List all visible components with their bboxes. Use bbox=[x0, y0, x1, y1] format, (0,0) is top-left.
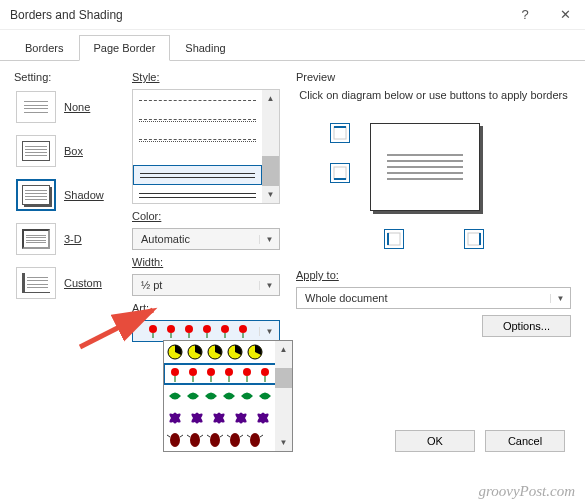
svg-rect-12 bbox=[334, 127, 346, 139]
scroll-down-icon[interactable]: ▼ bbox=[262, 186, 279, 203]
border-top-toggle[interactable] bbox=[330, 123, 350, 143]
svg-line-50 bbox=[240, 435, 243, 437]
setting-custom[interactable]: Custom bbox=[14, 265, 124, 301]
svg-point-5 bbox=[239, 325, 247, 333]
svg-line-45 bbox=[187, 435, 190, 437]
svg-point-1 bbox=[167, 325, 175, 333]
svg-line-47 bbox=[207, 435, 210, 437]
art-dropdown-list[interactable]: ▲ ▼ bbox=[163, 340, 293, 452]
close-button[interactable]: ✕ bbox=[545, 0, 585, 30]
art-option-leaves[interactable] bbox=[164, 385, 275, 407]
tab-shading[interactable]: Shading bbox=[170, 35, 240, 61]
help-button[interactable]: ? bbox=[505, 0, 545, 30]
svg-line-43 bbox=[167, 435, 170, 437]
svg-rect-16 bbox=[388, 233, 400, 245]
border-bottom-toggle[interactable] bbox=[330, 163, 350, 183]
color-dropdown[interactable]: Automatic ▼ bbox=[132, 228, 280, 250]
preview-instruction: Click on diagram below or use buttons to… bbox=[296, 89, 571, 101]
apply-to-value: Whole document bbox=[305, 292, 388, 304]
svg-point-30 bbox=[243, 368, 251, 376]
style-label: Style: bbox=[132, 71, 280, 83]
svg-point-29 bbox=[225, 368, 233, 376]
setting-item-label: 3-D bbox=[64, 233, 82, 245]
apply-to-label: Apply to: bbox=[296, 269, 571, 281]
setting-3d[interactable]: 3-D bbox=[14, 221, 124, 257]
svg-point-38 bbox=[170, 433, 180, 447]
svg-point-4 bbox=[221, 325, 229, 333]
art-selected-preview-icon bbox=[145, 323, 255, 339]
svg-rect-14 bbox=[334, 167, 346, 179]
setting-none[interactable]: None bbox=[14, 89, 124, 125]
setting-shadow[interactable]: Shadow bbox=[14, 177, 124, 213]
chevron-down-icon: ▼ bbox=[259, 235, 279, 244]
svg-rect-25 bbox=[165, 365, 275, 383]
preview-diagram[interactable] bbox=[370, 123, 480, 211]
svg-point-42 bbox=[250, 433, 260, 447]
tab-page-border[interactable]: Page Border bbox=[79, 35, 171, 61]
apply-to-dropdown[interactable]: Whole document ▼ bbox=[296, 287, 571, 309]
svg-point-3 bbox=[203, 325, 211, 333]
setting-item-label: Shadow bbox=[64, 189, 104, 201]
art-option-butterflies[interactable] bbox=[164, 407, 275, 429]
svg-point-40 bbox=[210, 433, 220, 447]
svg-point-41 bbox=[230, 433, 240, 447]
svg-rect-18 bbox=[468, 233, 480, 245]
scroll-down-icon[interactable]: ▼ bbox=[275, 434, 292, 451]
preview-label: Preview bbox=[296, 71, 571, 83]
svg-point-2 bbox=[185, 325, 193, 333]
svg-point-27 bbox=[189, 368, 197, 376]
svg-point-39 bbox=[190, 433, 200, 447]
svg-point-0 bbox=[149, 325, 157, 333]
scroll-up-icon[interactable]: ▲ bbox=[262, 90, 279, 107]
border-right-toggle[interactable] bbox=[464, 229, 484, 249]
width-value: ½ pt bbox=[141, 279, 162, 291]
svg-line-48 bbox=[220, 435, 223, 437]
art-option-hazard[interactable] bbox=[164, 341, 275, 363]
scroll-up-icon[interactable]: ▲ bbox=[275, 341, 292, 358]
setting-label: Setting: bbox=[14, 71, 124, 83]
color-value: Automatic bbox=[141, 233, 190, 245]
color-label: Color: bbox=[132, 210, 280, 222]
width-dropdown[interactable]: ½ pt ▼ bbox=[132, 274, 280, 296]
setting-item-label: Box bbox=[64, 145, 83, 157]
style-list[interactable]: ▲ ▼ bbox=[132, 89, 280, 204]
chevron-down-icon: ▼ bbox=[259, 281, 279, 290]
chevron-down-icon: ▼ bbox=[550, 294, 570, 303]
svg-line-51 bbox=[247, 435, 250, 437]
svg-line-52 bbox=[260, 435, 263, 437]
setting-box[interactable]: Box bbox=[14, 133, 124, 169]
ok-button[interactable]: OK bbox=[395, 430, 475, 452]
art-dropdown[interactable]: ▼ bbox=[132, 320, 280, 342]
setting-item-label: Custom bbox=[64, 277, 102, 289]
setting-item-label: None bbox=[64, 101, 90, 113]
border-left-toggle[interactable] bbox=[384, 229, 404, 249]
svg-point-26 bbox=[171, 368, 179, 376]
svg-line-49 bbox=[227, 435, 230, 437]
svg-line-44 bbox=[180, 435, 183, 437]
svg-point-31 bbox=[261, 368, 269, 376]
window-title: Borders and Shading bbox=[10, 8, 505, 22]
art-option-bugs[interactable] bbox=[164, 429, 275, 451]
style-scrollbar[interactable]: ▲ ▼ bbox=[262, 90, 279, 203]
cancel-button[interactable]: Cancel bbox=[485, 430, 565, 452]
art-option-flowers[interactable] bbox=[164, 363, 275, 385]
tab-borders[interactable]: Borders bbox=[10, 35, 79, 61]
options-button[interactable]: Options... bbox=[482, 315, 571, 337]
art-label: Art: bbox=[132, 302, 280, 314]
watermark: groovyPost.com bbox=[478, 483, 575, 500]
width-label: Width: bbox=[132, 256, 280, 268]
art-list-scrollbar[interactable]: ▲ ▼ bbox=[275, 341, 292, 451]
svg-point-28 bbox=[207, 368, 215, 376]
chevron-down-icon: ▼ bbox=[259, 327, 279, 336]
svg-line-46 bbox=[200, 435, 203, 437]
